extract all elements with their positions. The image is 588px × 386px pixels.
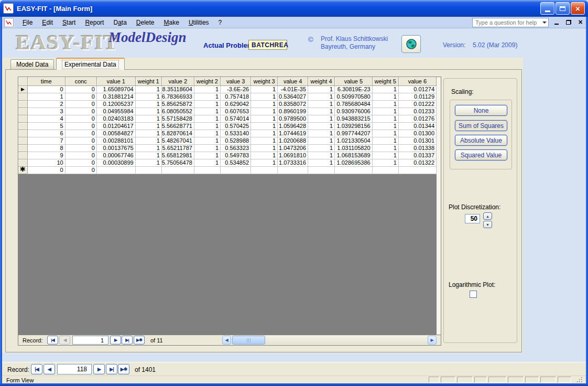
cell[interactable]: 1 xyxy=(372,93,398,100)
next-record-button[interactable]: ▶ xyxy=(93,364,105,374)
cell[interactable]: 5.57158428 xyxy=(161,115,194,122)
cell[interactable]: 0 xyxy=(65,108,96,115)
previous-record-button[interactable]: ◀ xyxy=(59,336,70,345)
cell[interactable]: 0.629042 xyxy=(221,100,251,108)
cell[interactable]: 0.00030899 xyxy=(96,159,135,166)
last-record-button[interactable]: ▶| xyxy=(122,336,133,345)
cell[interactable]: 1 xyxy=(135,100,161,108)
cell[interactable]: 8.35118604 xyxy=(161,85,194,93)
cell[interactable]: 1 xyxy=(194,93,220,100)
menu-make[interactable]: Make xyxy=(159,17,184,28)
cell[interactable]: 1 xyxy=(251,144,278,152)
new-record-button[interactable]: ▶✱ xyxy=(134,336,145,345)
cell[interactable]: 1 xyxy=(135,144,161,152)
row-selector[interactable] xyxy=(18,152,27,159)
cell[interactable]: 0.574014 xyxy=(221,115,251,122)
menu-data[interactable]: Data xyxy=(108,17,131,28)
column-header-value-2[interactable]: value 2 xyxy=(161,77,194,85)
cell[interactable]: 9 xyxy=(27,152,65,159)
row-selector[interactable]: ▶ xyxy=(18,85,27,93)
cell[interactable]: 1 xyxy=(135,93,161,100)
scaling-none-button[interactable]: None xyxy=(455,105,507,116)
cell[interactable]: 1 xyxy=(251,159,278,166)
logarithmic-plot-checkbox[interactable] xyxy=(470,291,477,298)
cell[interactable]: 6.78366933 xyxy=(161,93,194,100)
spin-up-button[interactable]: ▲ xyxy=(483,212,492,220)
column-header-time[interactable]: time xyxy=(27,77,65,85)
cell[interactable]: 1 xyxy=(194,137,220,144)
new-record-button[interactable]: ▶✱ xyxy=(118,364,129,374)
cell[interactable]: 0.8358072 xyxy=(278,100,308,108)
cell[interactable]: 1 xyxy=(372,130,398,137)
cell[interactable]: 1 xyxy=(308,152,335,159)
cell[interactable]: 0 xyxy=(65,152,96,159)
minimize-button[interactable] xyxy=(540,2,554,15)
cell[interactable]: 1.028695386 xyxy=(335,159,373,166)
cell[interactable]: 1 xyxy=(251,152,278,159)
scroll-left-icon[interactable]: ◀ xyxy=(222,336,231,345)
column-header-weight-3[interactable]: weight 3 xyxy=(251,77,278,85)
column-header-value-3[interactable]: value 3 xyxy=(221,77,251,85)
cell[interactable] xyxy=(278,166,308,174)
cell[interactable]: -3.6E-26 xyxy=(221,85,251,93)
cell[interactable]: 1 xyxy=(194,100,220,108)
cell[interactable]: 0.930976006 xyxy=(335,108,373,115)
cell[interactable]: 1.65089704 xyxy=(96,85,135,93)
cell[interactable]: 1 xyxy=(308,130,335,137)
cell[interactable]: 0.549783 xyxy=(221,152,251,159)
cell[interactable]: 1 xyxy=(372,137,398,144)
cell[interactable] xyxy=(335,166,373,174)
cell[interactable]: 0.01222 xyxy=(398,100,436,108)
menu-delete[interactable]: Delete xyxy=(132,17,159,28)
row-selector[interactable] xyxy=(18,159,27,166)
cell[interactable]: 0 xyxy=(65,166,96,174)
globe-button[interactable] xyxy=(401,35,421,53)
cell[interactable]: 0.01344 xyxy=(398,122,436,130)
record-number-field[interactable]: 1 xyxy=(72,336,108,345)
cell[interactable]: 0.534852 xyxy=(221,159,251,166)
cell[interactable]: 0.01300 xyxy=(398,130,436,137)
scaling-sum-of-squares-button[interactable]: Sum of Squares xyxy=(455,120,507,131)
spin-down-button[interactable]: ▼ xyxy=(483,221,492,228)
cell[interactable]: 1 xyxy=(194,130,220,137)
cell[interactable]: 4 xyxy=(27,115,65,122)
row-selector[interactable] xyxy=(18,122,27,130)
cell[interactable]: 0.563323 xyxy=(221,144,251,152)
column-header-conc[interactable]: conc xyxy=(65,77,96,85)
cell[interactable]: 5.56628771 xyxy=(161,122,194,130)
column-header-value-6[interactable]: value 6 xyxy=(398,77,436,85)
help-combo[interactable]: Type a question for help xyxy=(472,18,549,27)
scaling-squared-value-button[interactable]: Squared Value xyxy=(455,149,507,160)
next-record-button[interactable]: ▶ xyxy=(110,336,121,345)
child-restore-button[interactable] xyxy=(565,19,572,26)
cell[interactable]: 0.01274 xyxy=(398,85,436,93)
cell[interactable]: 10 xyxy=(27,159,65,166)
scroll-right-icon[interactable]: ▶ xyxy=(428,336,437,345)
menu-report[interactable]: Report xyxy=(80,17,108,28)
cell[interactable]: 0.00288101 xyxy=(96,137,135,144)
cell[interactable] xyxy=(221,166,251,174)
cell[interactable]: 0 xyxy=(65,85,96,93)
cell[interactable]: 1 xyxy=(251,93,278,100)
cell[interactable]: 0 xyxy=(65,115,96,122)
cell[interactable]: 1 xyxy=(251,130,278,137)
cell[interactable]: 0.01276 xyxy=(398,115,436,122)
column-header-weight-1[interactable]: weight 1 xyxy=(135,77,161,85)
cell[interactable]: 5.82870614 xyxy=(161,130,194,137)
cell[interactable]: 6.08050552 xyxy=(161,108,194,115)
cell[interactable]: 5.85625872 xyxy=(161,100,194,108)
cell[interactable]: 0.01233 xyxy=(398,108,436,115)
cell[interactable]: 0 xyxy=(65,144,96,152)
cell[interactable]: 1 xyxy=(135,115,161,122)
cell[interactable]: 2 xyxy=(27,100,65,108)
cell[interactable]: 1 xyxy=(27,93,65,100)
cell[interactable]: 1 xyxy=(308,108,335,115)
cell[interactable]: 1.0473206 xyxy=(278,144,308,152)
menu-start[interactable]: Start xyxy=(58,17,80,28)
cell[interactable]: 0.01338 xyxy=(398,144,436,152)
cell[interactable]: 1 xyxy=(251,108,278,115)
column-header-value-5[interactable]: value 5 xyxy=(335,77,373,85)
cell[interactable]: 1.0691810 xyxy=(278,152,308,159)
cell[interactable]: 0.5364027 xyxy=(278,93,308,100)
cell[interactable]: 0.31881214 xyxy=(96,93,135,100)
